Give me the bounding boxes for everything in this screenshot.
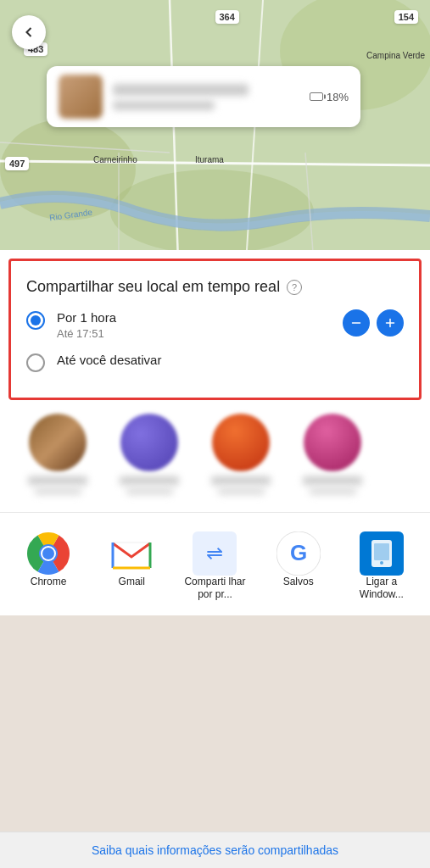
city-label-carneirinho: Carneirinho <box>93 155 137 164</box>
contact-detail-2 <box>126 487 173 495</box>
option-1hour-sub: Até 17:51 <box>57 327 331 340</box>
radio-1hour[interactable] <box>26 311 45 330</box>
increase-time-button[interactable] <box>377 309 404 337</box>
saved-label: Salvos <box>283 576 314 589</box>
app-share[interactable]: ⇌ Comparti lhar por pr... <box>177 531 252 602</box>
road-badge-497: 497 <box>5 157 29 170</box>
contact-detail-3 <box>218 487 265 495</box>
share-label: Comparti lhar por pr... <box>177 576 252 602</box>
option-1hour-text: Por 1 hora Até 17:51 <box>57 309 331 340</box>
main-panel: Compartilhar seu local em tempo real ? P… <box>0 250 430 615</box>
windows-label: Ligar a Window... <box>344 576 419 602</box>
help-icon[interactable]: ? <box>287 280 302 295</box>
battery-percent: 18% <box>327 91 349 103</box>
contact-avatar-1 <box>29 414 87 471</box>
apps-section: Chrome <box>0 523 430 615</box>
contact-name-3 <box>211 476 271 485</box>
svg-rect-11 <box>352 322 361 324</box>
time-controls <box>343 309 404 337</box>
contact-item-4[interactable] <box>290 414 375 495</box>
contacts-section <box>0 400 430 502</box>
city-label-iturama: Iturama <box>195 155 224 164</box>
chrome-label: Chrome <box>31 576 67 589</box>
share-title-text: Compartilhar seu local em tempo real <box>26 278 280 296</box>
google-saved-icon: G <box>276 531 321 576</box>
section-divider <box>0 512 430 513</box>
road-badge-364: 364 <box>215 10 239 24</box>
contact-avatar-3 <box>212 414 270 471</box>
share-option-1hour[interactable]: Por 1 hora Até 17:51 <box>26 309 404 340</box>
chrome-icon <box>26 531 70 576</box>
svg-point-17 <box>42 548 54 559</box>
share-icon: ⇌ <box>193 531 237 576</box>
share-title: Compartilhar seu local em tempo real ? <box>26 278 404 296</box>
map-area: 154 483 364 497 Campina Verde Carneirinh… <box>0 0 430 263</box>
bottom-bar: Saiba quais informações serão compartilh… <box>0 832 430 868</box>
app-gmail[interactable]: Gmail <box>94 531 169 589</box>
contact-avatar-2 <box>120 414 178 471</box>
svg-rect-13 <box>389 319 391 328</box>
contact-name-2 <box>120 476 179 485</box>
radio-until-disabled[interactable] <box>26 353 45 372</box>
contact-item-2[interactable] <box>107 414 192 495</box>
svg-rect-30 <box>374 543 389 560</box>
app-chrome[interactable]: Chrome <box>11 531 86 589</box>
option-1hour-main: Por 1 hora <box>57 309 331 326</box>
gmail-label: Gmail <box>119 576 145 589</box>
app-windows[interactable]: Ligar a Window... <box>344 531 419 602</box>
bottom-info-link[interactable]: Saiba quais informações serão compartilh… <box>92 843 338 857</box>
decrease-time-button[interactable] <box>343 309 370 337</box>
contact-item-1[interactable] <box>15 414 100 495</box>
user-name-blurred <box>113 84 249 96</box>
user-info <box>113 84 299 110</box>
user-battery: 18% <box>310 91 349 103</box>
back-button[interactable] <box>12 15 46 49</box>
contact-detail-1 <box>35 487 81 495</box>
apps-row: Chrome <box>8 531 422 602</box>
option-disable-text: Até você desativar <box>57 352 404 369</box>
contact-name-4 <box>303 476 362 485</box>
gmail-icon <box>109 531 154 576</box>
svg-text:G: G <box>290 540 307 565</box>
battery-icon <box>310 92 323 101</box>
city-label-campina: Campina Verde <box>366 51 425 60</box>
contact-item-3[interactable] <box>198 414 283 495</box>
user-detail-blurred <box>113 101 215 110</box>
user-avatar <box>59 75 103 119</box>
svg-point-31 <box>380 561 383 565</box>
windows-icon <box>360 531 404 576</box>
share-section: Compartilhar seu local em tempo real ? P… <box>8 259 422 400</box>
option-disable-main: Até você desativar <box>57 352 404 369</box>
road-badge-154: 154 <box>394 10 418 24</box>
contact-name-1 <box>28 476 87 485</box>
app-saved[interactable]: G Salvos <box>261 531 336 589</box>
svg-text:⇌: ⇌ <box>206 542 223 565</box>
contacts-row <box>8 414 422 495</box>
contact-avatar-4 <box>304 414 361 471</box>
contact-detail-4 <box>310 487 356 495</box>
user-location-card: 18% <box>47 66 360 127</box>
share-option-until-disabled[interactable]: Até você desativar <box>26 352 404 372</box>
